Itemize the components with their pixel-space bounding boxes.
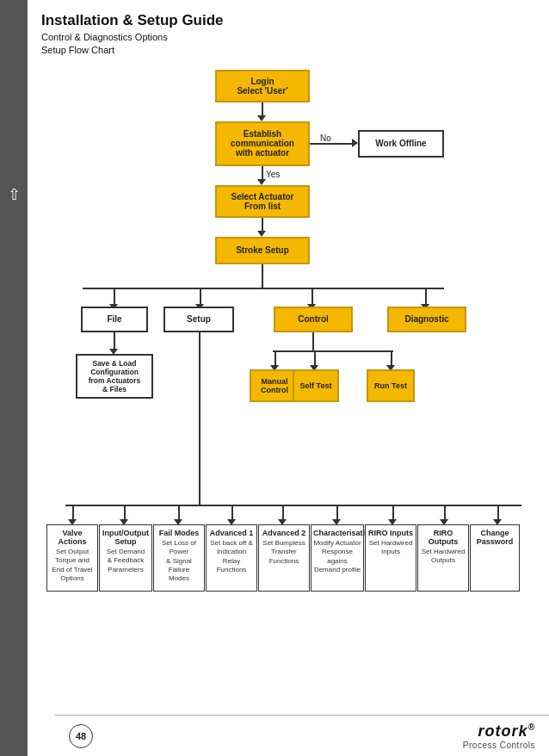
- establish-box: Establish communication with actuator: [215, 121, 310, 166]
- arrowhead-yes: [257, 179, 266, 185]
- arrowhead-select-stroke: [257, 231, 266, 237]
- brand-name: rotork®: [478, 722, 535, 741]
- setup-box: Setup: [163, 307, 234, 332]
- arrow-no-h: [310, 143, 355, 145]
- io-setup-box: Input/OutputSetup Set Demand& FeedbackPa…: [99, 524, 152, 592]
- riro-inputs-box: RIRO Inputs Set HardwiredInputs: [365, 524, 416, 592]
- yes-label: Yes: [266, 170, 280, 179]
- bottom-branch-bar: [65, 505, 521, 506]
- arrowhead-no: [352, 139, 358, 147]
- flowchart: Login Select 'User' Establish communicat…: [28, 61, 549, 741]
- change-password-box: ChangePassword: [470, 524, 520, 592]
- navigation-arrow: ⇧: [0, 181, 28, 208]
- save-load-box: Save & Load Configuration from Actuators…: [76, 354, 153, 399]
- diagnostic-box: Diagnostic: [387, 307, 466, 332]
- characterisation-box: Characterisation Modify ActuatorResponse…: [311, 524, 364, 592]
- page-title: Installation & Setup Guide: [41, 12, 535, 29]
- select-actuator-box: Select Actuator From list: [215, 185, 310, 218]
- arrow-setup-bottom: [199, 332, 200, 505]
- main-content: Installation & Setup Guide Control & Dia…: [28, 0, 549, 756]
- page-subtitle: Control & Diagnostics Options Setup Flow…: [41, 31, 535, 58]
- login-box: Login Select 'User': [215, 70, 310, 102]
- footer: 48 rotork® Process Controls: [55, 715, 549, 756]
- stroke-setup-box: Stroke Setup: [215, 237, 310, 264]
- file-box: File: [81, 307, 148, 332]
- page-number: 48: [69, 724, 93, 748]
- fail-modes-box: Fail Modes Set Loss ofPower& Signal Fail…: [153, 524, 205, 592]
- work-offline-box: Work Offline: [358, 130, 444, 158]
- header: Installation & Setup Guide Control & Dia…: [28, 0, 549, 61]
- branch-bar: [83, 288, 444, 289]
- run-test-box: Run Test: [367, 369, 415, 402]
- no-label: No: [320, 133, 331, 143]
- advanced2-box: Advanced 2 Set BumplessTransferFunctions: [258, 524, 310, 592]
- left-sidebar: ⇧: [0, 0, 28, 756]
- brand: rotork® Process Controls: [463, 722, 535, 750]
- arrow-control-sub: [312, 332, 314, 351]
- arrowhead-login-establish: [257, 115, 266, 121]
- control-sub-bar: [273, 350, 393, 352]
- advanced1-box: Advanced 1 Set back off &Indication Rela…: [206, 524, 257, 592]
- valve-actions-box: Valve Actions Set OutputTorque andEnd of…: [46, 524, 98, 592]
- control-box: Control: [274, 307, 353, 332]
- riro-outputs-box: RIRO Outputs Set HardwiredOutputs: [417, 524, 469, 592]
- brand-sub: Process Controls: [463, 741, 535, 750]
- self-test-box: Self Test: [293, 369, 339, 402]
- arrow-stroke-branch: [262, 264, 263, 288]
